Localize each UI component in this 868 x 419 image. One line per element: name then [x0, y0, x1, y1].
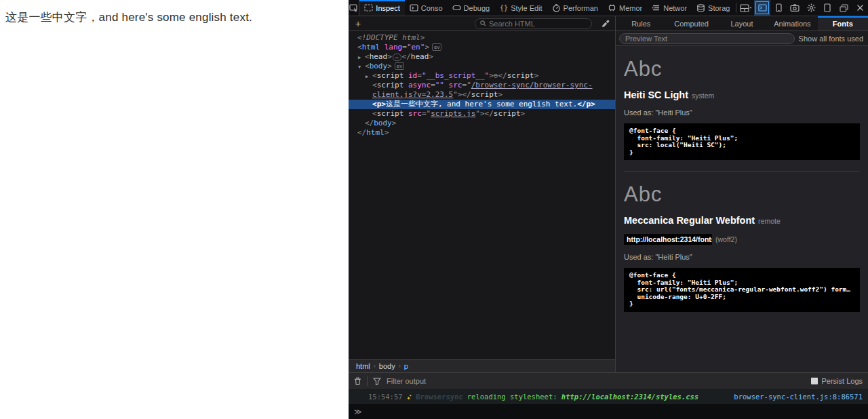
tab-fonts[interactable]: Fonts — [818, 16, 868, 31]
font-format: (woff2) — [715, 235, 737, 243]
tab-networ[interactable]: Networ — [647, 0, 692, 16]
devtools-tabbar: InspectConsoDebugg{}Style EditPerformanM… — [349, 0, 868, 16]
storage-icon — [696, 4, 705, 12]
settings-button[interactable] — [803, 0, 819, 16]
console-icon — [410, 4, 418, 12]
markup-row[interactable]: <script async="" src="/browser-sync/brow… — [349, 81, 615, 90]
clear-console-button[interactable] — [354, 377, 361, 385]
separate-window-icon — [840, 4, 848, 12]
tab-style-edit[interactable]: {}Style Edit — [494, 0, 547, 16]
tab-animations[interactable]: Animations — [767, 16, 817, 31]
persist-logs-toggle[interactable]: Persist Logs — [811, 377, 863, 385]
markup-row[interactable]: ▶<head>…</head> — [349, 52, 615, 62]
webpage-viewport: 这是一些中文字，and here's some english text. — [0, 0, 349, 419]
tab-storag[interactable]: Storag — [692, 0, 734, 16]
markup-view: <!DOCTYPE html><html lang="en">ev▶<head>… — [349, 31, 615, 359]
font-name: Meccanica Regular Webfontremote — [624, 215, 860, 226]
tab-debugg[interactable]: Debugg — [448, 0, 495, 16]
show-all-fonts-label: Show all fonts used — [799, 35, 865, 43]
search-html-box[interactable] — [475, 18, 592, 29]
console-filter-bar: Persist Logs — [349, 373, 868, 389]
log-timestamp: 15:54:57 — [368, 393, 403, 401]
browsersync-badge: Browsersync — [416, 393, 463, 401]
tab-memor[interactable]: Memor — [603, 0, 647, 16]
markup-row[interactable]: client.js?v=2.23.5"></script> — [349, 90, 615, 100]
font-used-as: Used as: "Heiti Plus" — [624, 108, 860, 117]
console-strip: Persist Logs 15:54:57 ✦✦ Browsersync rel… — [349, 372, 868, 419]
split-console-button[interactable] — [754, 0, 770, 16]
dock-options-button[interactable] — [738, 0, 754, 16]
font-face-rule: @font-face { font-family: "Heiti Plus"; … — [624, 268, 860, 312]
eyedropper-button[interactable] — [601, 20, 610, 28]
devtools-panel: InspectConsoDebugg{}Style EditPerformanM… — [349, 0, 868, 419]
preview-text-input[interactable] — [625, 35, 789, 43]
breadcrumb-html[interactable]: html — [354, 362, 372, 370]
responsive-mode-button[interactable] — [770, 0, 787, 16]
filter-icon — [373, 378, 381, 385]
inspector-pane: + <!DOCTYPE html><html lang="en">ev▶<hea… — [349, 16, 616, 372]
filter-output-input[interactable] — [387, 377, 806, 385]
add-node-button[interactable]: + — [353, 18, 363, 29]
markup-row[interactable]: </html> — [349, 128, 615, 138]
fonts-panel: AbcHeiti SC LightsystemUsed as: "Heiti P… — [616, 46, 868, 372]
log-stylesheet-url: http://localhost:2314/styles.css — [561, 393, 698, 401]
tab-inspect[interactable]: Inspect — [359, 0, 404, 16]
close-button[interactable] — [852, 0, 868, 16]
toolbar-separator — [736, 3, 736, 13]
expand-arrow-closed-icon[interactable]: ▶ — [358, 53, 361, 62]
preview-text-box[interactable] — [619, 33, 795, 44]
sidebar-pane: RulesComputedLayoutAnimationsFonts Show … — [616, 16, 868, 372]
memory-icon — [608, 4, 616, 12]
font-used-as: Used as: "Heiti Plus" — [624, 253, 860, 261]
breadcrumb-p[interactable]: p — [402, 362, 410, 370]
tab-computed[interactable]: Computed — [666, 16, 716, 31]
markup-row-selected[interactable]: <p>这是一些中文字, and here's some english text… — [349, 100, 615, 109]
dock-options-icon — [740, 4, 752, 12]
font-entry: AbcHeiti SC LightsystemUsed as: "Heiti P… — [624, 46, 860, 160]
responsive-mode-icon — [776, 3, 782, 12]
performance-icon — [552, 4, 561, 12]
search-html-input[interactable] — [489, 20, 587, 28]
markup-row[interactable]: ▼<body>ev — [349, 62, 615, 71]
markup-row[interactable]: <html lang="en">ev — [349, 43, 615, 52]
screenshot-icon — [790, 4, 800, 12]
tab-conso[interactable]: Conso — [405, 0, 448, 16]
font-face-rule: @font-face { font-family: "Heiti Plus"; … — [624, 123, 860, 160]
markup-row[interactable]: <script src="scripts.js"></script> — [349, 109, 615, 119]
search-icon — [480, 20, 486, 26]
dock-side-icon — [824, 3, 831, 12]
svg-text:{}: {} — [500, 4, 508, 12]
style-editor-icon: {} — [499, 4, 508, 12]
screenshot-button[interactable] — [787, 0, 803, 16]
node-picker-icon — [349, 4, 359, 12]
split-console-icon — [758, 4, 767, 12]
breadcrumb-body[interactable]: body — [377, 362, 397, 370]
console-input-row[interactable]: ≫ — [349, 405, 868, 419]
font-url-link[interactable]: http://localhost:2314/fonts/m — [624, 234, 712, 245]
expand-arrow-open-icon[interactable]: ▼ — [358, 62, 361, 72]
font-origin-badge: system — [692, 92, 714, 100]
persist-logs-checkbox[interactable] — [811, 378, 818, 384]
tab-rules[interactable]: Rules — [616, 16, 666, 31]
markup-toolbar: + — [349, 16, 615, 31]
tab-layout[interactable]: Layout — [717, 16, 767, 31]
tab-performan[interactable]: Performan — [547, 0, 603, 16]
markup-row[interactable]: ▶<script id="__bs_script__">⊖</script> — [349, 71, 615, 81]
breadcrumb: html›body›p — [349, 359, 615, 372]
markup-row[interactable]: <!DOCTYPE html> — [349, 33, 615, 43]
persist-logs-label: Persist Logs — [821, 377, 863, 385]
expand-arrow-closed-icon[interactable]: ▶ — [366, 72, 368, 81]
markup-row[interactable]: </body> — [349, 119, 615, 128]
debugger-icon — [452, 4, 461, 12]
log-message: reloading stylesheet: http://localhost:2… — [467, 393, 698, 401]
font-name: Heiti SC Lightsystem — [624, 89, 860, 100]
separate-window-button[interactable] — [835, 0, 852, 16]
log-source-link[interactable]: browser-sync-client.js:8:86571 — [734, 393, 863, 401]
font-origin-badge: remote — [758, 217, 781, 225]
settings-icon — [807, 3, 816, 12]
dock-side-button[interactable] — [819, 0, 835, 16]
font-preview: Abc — [624, 57, 860, 81]
console-log-row: 15:54:57 ✦✦ Browsersync reloading styles… — [349, 389, 868, 405]
node-picker-button[interactable] — [349, 0, 359, 16]
page-paragraph: 这是一些中文字，and here's some english text. — [0, 0, 349, 35]
